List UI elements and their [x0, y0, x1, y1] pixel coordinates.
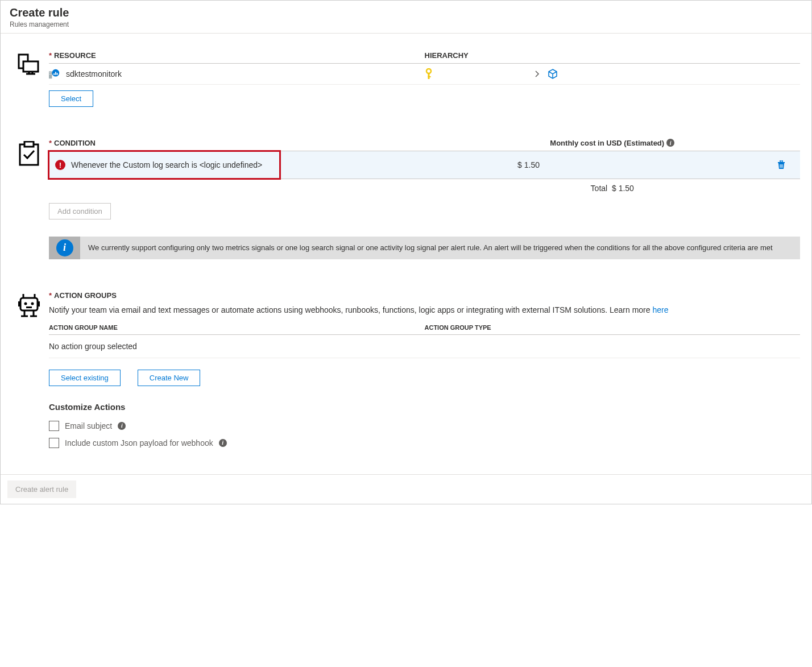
action-group-empty-row: No action group selected — [49, 335, 800, 358]
resource-name: sdktestmonitork — [66, 69, 122, 78]
key-icon — [425, 68, 433, 80]
page-header: Create rule Rules management — [1, 1, 811, 34]
col-action-group-name: ACTION GROUP NAME — [49, 324, 425, 331]
info-banner-icon: i — [56, 239, 73, 256]
delete-condition-button[interactable] — [777, 160, 800, 169]
cube-icon — [548, 69, 558, 79]
condition-icon — [18, 138, 49, 259]
svg-rect-30 — [18, 301, 20, 306]
action-groups-description: Notify your team via email and text mess… — [49, 304, 800, 316]
resource-icon — [18, 51, 49, 107]
page-title: Create rule — [10, 6, 802, 19]
resource-row[interactable]: sdktestmonitork — [49, 64, 800, 85]
svg-rect-5 — [49, 71, 52, 78]
info-icon[interactable]: i — [219, 439, 227, 447]
action-groups-icon — [18, 291, 49, 451]
svg-rect-16 — [428, 76, 430, 77]
condition-cost: $ 1.50 — [280, 160, 777, 169]
hierarchy-label: HIERARCHY — [425, 51, 469, 60]
monitor-icon — [49, 69, 60, 79]
info-banner: i We currently support configuring only … — [49, 237, 800, 259]
info-icon[interactable]: i — [666, 139, 674, 147]
svg-point-27 — [24, 302, 27, 305]
create-alert-rule-button: Create alert rule — [7, 480, 76, 498]
info-banner-text: We currently support configuring only tw… — [80, 237, 800, 259]
learn-more-link[interactable]: here — [652, 305, 668, 314]
svg-rect-26 — [20, 298, 38, 310]
condition-label: *CONDITION — [49, 139, 96, 147]
svg-point-28 — [31, 302, 34, 305]
svg-rect-13 — [57, 73, 58, 75]
condition-section: *CONDITION Monthly cost in USD (Estimate… — [18, 138, 800, 259]
error-icon: ! — [55, 160, 65, 170]
condition-row[interactable]: ! Whenever the Custom log search is <log… — [49, 151, 800, 179]
email-subject-label: Email subject — [65, 421, 112, 430]
svg-rect-15 — [428, 73, 429, 79]
custom-json-label: Include custom Json payload for webhook — [65, 438, 213, 448]
info-icon[interactable]: i — [118, 422, 126, 430]
svg-rect-11 — [53, 73, 55, 75]
custom-json-checkbox[interactable] — [49, 438, 59, 448]
svg-point-14 — [426, 69, 431, 73]
chevron-right-icon — [535, 71, 540, 77]
svg-rect-12 — [55, 72, 56, 74]
resource-section: *RESOURCE HIERARCHY — [18, 51, 800, 107]
condition-text: Whenever the Custom log search is <logic… — [71, 160, 262, 169]
total-value: $ 1.50 — [612, 184, 634, 193]
customize-actions-title: Customize Actions — [49, 402, 800, 412]
select-existing-button[interactable]: Select existing — [49, 370, 121, 386]
svg-rect-9 — [51, 74, 51, 74]
footer: Create alert rule — [1, 474, 811, 504]
svg-rect-29 — [26, 306, 32, 308]
col-action-group-type: ACTION GROUP TYPE — [425, 324, 801, 331]
svg-rect-20 — [780, 160, 782, 162]
svg-rect-1 — [23, 61, 38, 72]
svg-rect-31 — [38, 301, 40, 306]
svg-rect-6 — [49, 72, 50, 73]
action-groups-label: *ACTION GROUPS — [49, 291, 117, 300]
create-new-button[interactable]: Create New — [138, 370, 201, 386]
svg-rect-7 — [51, 72, 51, 73]
cost-label: Monthly cost in USD (Estimated) i — [425, 139, 801, 147]
total-label: Total — [591, 184, 608, 193]
action-groups-section: *ACTION GROUPS Notify your team via emai… — [18, 291, 800, 451]
page-subtitle: Rules management — [10, 20, 802, 28]
svg-rect-8 — [49, 74, 50, 74]
select-resource-button[interactable]: Select — [49, 90, 93, 107]
email-subject-checkbox[interactable] — [49, 421, 59, 431]
add-condition-button: Add condition — [49, 203, 111, 219]
resource-label: *RESOURCE — [49, 51, 96, 60]
svg-rect-18 — [24, 142, 34, 147]
